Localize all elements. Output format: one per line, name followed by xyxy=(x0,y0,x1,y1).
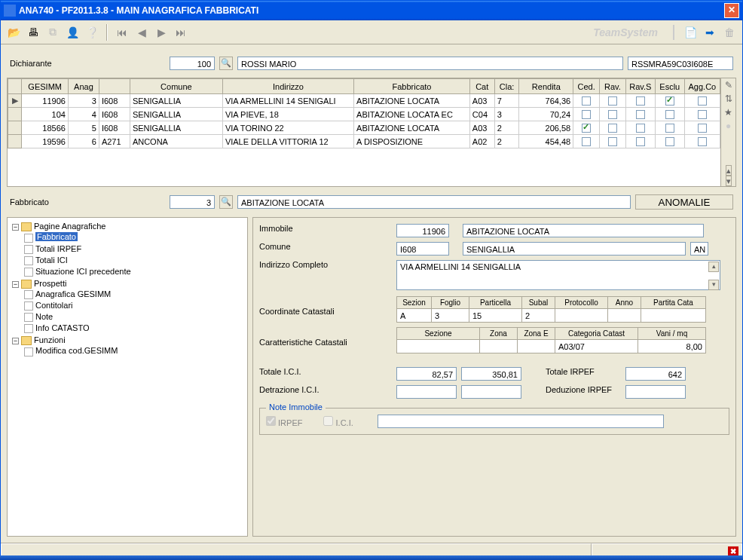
grid-col-0[interactable]: GESIMM xyxy=(22,79,68,94)
checkbox-rav[interactable] xyxy=(608,110,617,119)
grid-col-11[interactable]: Rav.S xyxy=(625,79,655,94)
scroll-up-icon[interactable]: ▴ xyxy=(726,165,732,176)
tot-irpef[interactable]: 642 xyxy=(625,367,686,381)
chk-irpef[interactable]: IRPEF xyxy=(266,416,302,427)
tree-item[interactable]: Contitolari xyxy=(35,301,73,310)
tree-folder-label[interactable]: Pagine Anagrafiche xyxy=(34,222,105,231)
detr-ici-1[interactable] xyxy=(396,385,457,399)
tree-item[interactable]: Info CATASTO xyxy=(35,323,90,332)
dichiarante-name[interactable]: ROSSI MARIO xyxy=(237,57,623,70)
checkbox-ravs[interactable] xyxy=(636,124,645,133)
export-icon[interactable]: ➡ xyxy=(702,24,718,41)
coord-cell[interactable] xyxy=(641,309,706,323)
tree-item[interactable]: Totali IRPEF xyxy=(35,244,81,253)
user-icon[interactable]: 👤 xyxy=(64,24,81,41)
grid-col-4[interactable]: Indirizzo xyxy=(222,79,353,94)
grid-col-1[interactable]: Anag xyxy=(68,79,99,94)
fabbricato-num[interactable]: 3 xyxy=(170,195,215,209)
checkbox-rav[interactable] xyxy=(608,96,617,106)
print-icon[interactable]: 🖶 xyxy=(25,24,41,41)
coord-cell[interactable] xyxy=(555,309,608,323)
help-icon[interactable]: ❔ xyxy=(84,24,100,41)
trash-icon[interactable]: 🗑 xyxy=(721,24,738,41)
table-row[interactable]: 185665I608SENIGALLIAVIA TORINO 22ABITAZI… xyxy=(8,121,720,135)
detr-ici-2[interactable] xyxy=(461,385,521,399)
tree-toggle[interactable]: − xyxy=(12,224,19,231)
indirizzo-scroll-down-icon[interactable]: ▾ xyxy=(708,280,719,290)
tree-item[interactable]: Modifica cod.GESIMM xyxy=(35,346,118,355)
scroll-down-icon[interactable]: ▾ xyxy=(726,176,732,186)
tot-ici-2[interactable]: 350,81 xyxy=(461,367,521,381)
copy-icon[interactable]: ⧉ xyxy=(44,24,61,41)
grid-col-3[interactable]: Comune xyxy=(130,79,222,94)
coord-cell[interactable]: A xyxy=(397,309,432,323)
chk-ici[interactable]: I.C.I. xyxy=(323,416,353,427)
checkbox-esclu[interactable] xyxy=(665,137,674,146)
comune-prov[interactable]: AN xyxy=(690,242,708,256)
doc-icon[interactable]: 📄 xyxy=(682,24,699,41)
note-input[interactable] xyxy=(378,415,664,428)
caratt-cell[interactable] xyxy=(397,340,480,353)
checkbox-rav[interactable] xyxy=(608,137,617,146)
open-icon[interactable]: 📂 xyxy=(5,24,22,41)
checkbox-agg[interactable] xyxy=(698,96,707,106)
fabbricati-grid[interactable]: GESIMMAnagComuneIndirizzoFabbricatoCatCl… xyxy=(8,78,720,148)
fabbricato-lookup-icon[interactable]: 🔍 xyxy=(219,195,233,209)
checkbox-ravs[interactable] xyxy=(636,96,645,106)
nav-first-icon[interactable]: ⏮ xyxy=(114,24,130,41)
grid-col-10[interactable]: Rav. xyxy=(600,79,626,94)
anomalie-button[interactable]: ANOMALIE xyxy=(635,194,733,210)
checkbox-agg[interactable] xyxy=(698,110,707,119)
grid-action-3-icon[interactable]: ★ xyxy=(723,107,734,118)
grid-action-4-icon[interactable]: ● xyxy=(723,121,734,131)
checkbox-ravs[interactable] xyxy=(636,110,645,119)
dichiarante-lookup-icon[interactable]: 🔍 xyxy=(219,57,233,70)
caratt-cell[interactable]: 8,00 xyxy=(638,340,706,353)
comune-desc[interactable]: SENIGALLIA xyxy=(463,242,686,256)
checkbox-ced[interactable] xyxy=(582,96,591,106)
immobile-code[interactable]: 11906 xyxy=(396,224,449,237)
nav-prev-icon[interactable]: ◀ xyxy=(133,24,150,41)
tree-toggle[interactable]: − xyxy=(12,281,19,288)
table-row[interactable]: 195966A271ANCONAVIALE DELLA VITTORIA 12A… xyxy=(8,135,720,148)
dichiarante-code[interactable]: 100 xyxy=(170,57,215,70)
caratt-cell[interactable] xyxy=(480,340,518,353)
table-row[interactable]: ▶119063I608SENIGALLIAVIA ARMELLINI 14 SE… xyxy=(8,94,720,108)
grid-col-2[interactable] xyxy=(99,79,130,94)
checkbox-ced[interactable] xyxy=(582,110,591,119)
checkbox-ced[interactable] xyxy=(582,137,591,146)
grid-col-9[interactable]: Ced. xyxy=(573,79,600,94)
tree-folder-label[interactable]: Prospetti xyxy=(34,279,66,288)
tree-item[interactable]: Situazione ICI precedente xyxy=(35,267,131,276)
checkbox-rav[interactable] xyxy=(608,124,617,133)
checkbox-ravs[interactable] xyxy=(636,137,645,146)
coord-cell[interactable]: 15 xyxy=(469,309,522,323)
grid-col-13[interactable]: Agg.Co xyxy=(684,79,720,94)
tree-folder-label[interactable]: Funzioni xyxy=(34,335,66,344)
coord-cell[interactable]: 2 xyxy=(522,309,555,323)
checkbox-agg[interactable] xyxy=(698,137,707,146)
ded-irpef[interactable] xyxy=(625,385,686,399)
coord-cell[interactable]: 3 xyxy=(432,309,469,323)
grid-col-5[interactable]: Fabbricato xyxy=(354,79,470,94)
tot-ici-1[interactable]: 82,57 xyxy=(396,367,457,381)
grid-col-8[interactable]: Rendita xyxy=(519,79,573,94)
grid-col-6[interactable]: Cat xyxy=(469,79,494,94)
indirizzo-scroll-up-icon[interactable]: ▴ xyxy=(708,262,719,272)
table-row[interactable]: 1044I608SENIGALLIAVIA PIEVE, 18ABITAZION… xyxy=(8,108,720,121)
grid-col-7[interactable]: Cla: xyxy=(494,79,519,94)
fabbricato-desc[interactable]: ABITAZIONE LOCATA xyxy=(237,195,631,209)
checkbox-agg[interactable] xyxy=(698,124,707,133)
grid-action-2-icon[interactable]: ⇅ xyxy=(723,93,734,104)
immobile-desc[interactable]: ABITAZIONE LOCATA xyxy=(463,224,704,237)
comune-code[interactable]: I608 xyxy=(396,242,449,256)
tree-toggle[interactable]: − xyxy=(12,338,19,344)
caratt-cell[interactable]: A03/07 xyxy=(555,340,638,353)
tree-item[interactable]: Note xyxy=(35,312,53,321)
tree-item[interactable]: Fabbricato xyxy=(35,232,78,241)
checkbox-esclu[interactable] xyxy=(665,124,674,133)
grid-col-12[interactable]: Esclu xyxy=(655,79,684,94)
checkbox-ced[interactable] xyxy=(582,124,591,133)
dichiarante-cf[interactable]: RSSMRA59C03I608E xyxy=(628,57,733,70)
nav-next-icon[interactable]: ▶ xyxy=(153,24,170,41)
